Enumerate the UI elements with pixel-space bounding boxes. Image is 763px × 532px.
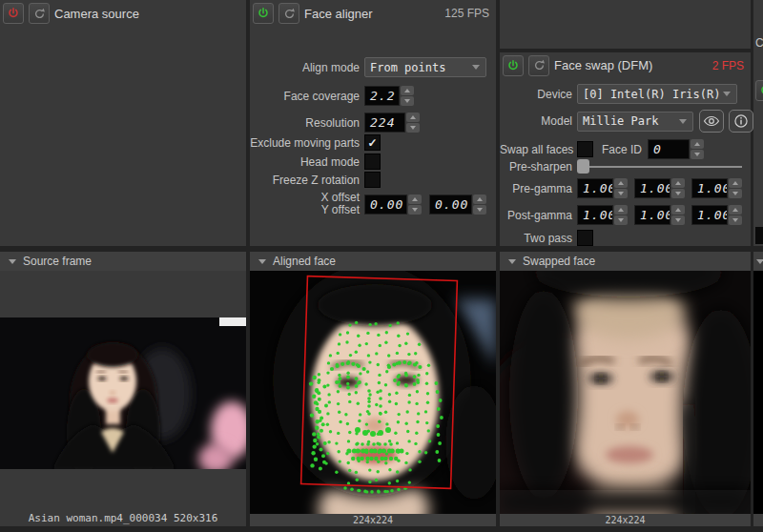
face-coverage-row: Face coverage 2.2 — [250, 86, 414, 106]
model-info-button[interactable] — [729, 110, 753, 133]
aligned-face-image — [250, 271, 496, 514]
power-button[interactable] — [3, 3, 24, 24]
pre-gamma-r-input[interactable]: 1.00 — [577, 178, 613, 198]
face-id-stepper[interactable] — [691, 139, 704, 159]
eye-icon — [703, 115, 720, 127]
reset-icon — [283, 8, 296, 20]
spin-down-icon[interactable] — [729, 189, 742, 198]
model-label: Model — [500, 114, 572, 128]
pre-sharpen-label: Pre-sharpen — [500, 160, 572, 174]
post-gamma-b-stepper[interactable] — [729, 205, 742, 225]
swap-all-faces-checkbox[interactable] — [577, 141, 593, 157]
spin-up-icon[interactable] — [691, 139, 704, 149]
post-gamma-g-stepper[interactable] — [671, 205, 685, 225]
head-mode-checkbox[interactable] — [364, 153, 381, 170]
cutoff-power-button[interactable] — [755, 80, 763, 103]
face-id-input[interactable]: 0 — [648, 139, 690, 159]
spin-up-icon[interactable] — [473, 194, 486, 204]
spin-up-icon[interactable] — [614, 178, 628, 188]
spin-up-icon[interactable] — [671, 205, 685, 215]
two-pass-row: Two pass — [500, 230, 593, 246]
y-offset-stepper[interactable] — [473, 194, 486, 215]
power-icon — [7, 7, 20, 20]
collapse-triangle-icon[interactable] — [9, 259, 16, 264]
cutoff-panel-label: Co — [755, 36, 763, 50]
slider-handle[interactable] — [577, 159, 589, 174]
swapped-face-header: Swapped face — [500, 252, 751, 271]
source-frame-image — [0, 317, 246, 469]
pre-gamma-g-input[interactable]: 1.00 — [634, 178, 670, 198]
head-mode-label: Head mode — [250, 155, 360, 169]
x-offset-stepper[interactable] — [408, 194, 422, 215]
align-mode-dropdown[interactable]: From points — [364, 57, 486, 77]
spin-down-icon[interactable] — [614, 189, 628, 198]
spin-down-icon[interactable] — [729, 215, 742, 225]
face-coverage-label: Face coverage — [250, 90, 360, 103]
pre-gamma-row: Pre-gamma 1.00 1.00 1.00 — [500, 178, 742, 198]
spin-up-icon[interactable] — [729, 205, 742, 215]
source-frame-panel: Source frame A — [0, 252, 246, 526]
spin-up-icon[interactable] — [406, 113, 420, 122]
post-gamma-r-stepper[interactable] — [614, 205, 628, 225]
spin-down-icon[interactable] — [671, 189, 685, 198]
reset-settings-button[interactable] — [528, 55, 549, 76]
resolution-input[interactable]: 224 — [364, 113, 405, 133]
source-frame-caption: Asian woman.mp4_000034 520x316 — [0, 512, 246, 524]
spin-down-icon[interactable] — [401, 96, 414, 106]
power-button[interactable] — [253, 3, 274, 24]
post-gamma-b-input[interactable]: 1.00 — [691, 205, 728, 225]
spin-down-icon[interactable] — [473, 205, 486, 215]
post-gamma-g-input[interactable]: 1.00 — [634, 205, 670, 225]
pre-gamma-r-stepper[interactable] — [614, 178, 628, 198]
cutoff-view-caption — [753, 514, 763, 526]
spin-up-icon[interactable] — [408, 194, 422, 204]
pre-gamma-b-input[interactable]: 1.00 — [691, 178, 728, 198]
freeze-z-rotation-row: Freeze Z rotation — [250, 172, 381, 188]
pre-sharpen-slider[interactable] — [577, 159, 742, 174]
post-gamma-r-input[interactable]: 1.00 — [577, 205, 613, 225]
swapped-face-panel: Swapped face — [500, 252, 751, 526]
spin-down-icon[interactable] — [691, 150, 704, 159]
x-offset-input[interactable]: 0.00 — [364, 194, 407, 215]
chevron-down-icon — [472, 65, 480, 70]
spin-up-icon[interactable] — [614, 205, 628, 215]
collapse-triangle-icon[interactable] — [508, 259, 516, 264]
swap-all-faces-label: Swap all faces — [500, 143, 572, 156]
reset-settings-button[interactable] — [29, 3, 50, 24]
reset-settings-button[interactable] — [278, 3, 299, 24]
resolution-stepper[interactable] — [406, 113, 420, 133]
spin-down-icon[interactable] — [406, 123, 420, 133]
collapse-triangle-icon[interactable] — [258, 259, 266, 264]
face-coverage-input[interactable]: 2.2 — [364, 86, 400, 106]
freeze-z-rotation-label: Freeze Z rotation — [250, 174, 360, 187]
pre-gamma-b-stepper[interactable] — [729, 178, 742, 198]
device-dropdown[interactable]: [0] Intel(R) Iris(R) Xe — [577, 84, 737, 104]
power-icon — [759, 84, 763, 97]
two-pass-checkbox[interactable] — [577, 230, 593, 246]
cutoff-field — [755, 227, 763, 244]
preview-model-button[interactable] — [699, 110, 724, 133]
spin-up-icon[interactable] — [729, 178, 742, 188]
spin-down-icon[interactable] — [671, 215, 685, 225]
spin-up-icon[interactable] — [671, 178, 685, 188]
face-coverage-stepper[interactable] — [401, 86, 414, 106]
model-dropdown[interactable]: Millie Park — [577, 112, 693, 132]
power-button[interactable] — [503, 55, 524, 76]
exclude-moving-parts-row: Exclude moving parts ✓ — [250, 134, 381, 151]
face-swap-panel: Face swap (DFM) 2 FPS Device [0] Intel(R… — [500, 52, 751, 246]
device-label: Device — [500, 88, 572, 101]
spin-down-icon[interactable] — [614, 215, 628, 225]
y-offset-input[interactable]: 0.00 — [429, 194, 472, 215]
x-offset-label: X offset — [321, 191, 360, 204]
spin-down-icon[interactable] — [408, 205, 422, 215]
pre-gamma-g-stepper[interactable] — [671, 178, 685, 198]
exclude-moving-parts-checkbox[interactable]: ✓ — [364, 134, 381, 151]
swapped-face-caption: 224x224 — [500, 514, 751, 526]
reset-icon — [533, 59, 546, 72]
collapse-triangle-icon[interactable] — [756, 259, 763, 264]
spin-up-icon[interactable] — [401, 86, 414, 95]
model-row: Model Millie Park — [500, 110, 753, 133]
device-value: [0] Intel(R) Iris(R) Xe — [583, 88, 723, 101]
freeze-z-rotation-checkbox[interactable] — [364, 172, 381, 188]
y-offset-label: Y offset — [321, 203, 360, 216]
